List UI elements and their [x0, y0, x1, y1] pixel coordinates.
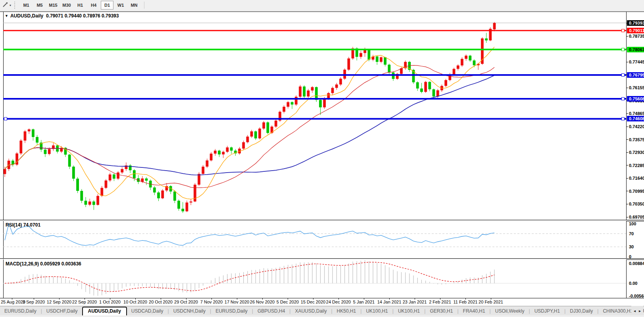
- price-tick-label: 0.73575: [629, 137, 644, 142]
- trading-terminal-window: ▾ M1M5M15M30H1H4D1W1MN ▼AUDUSD,Daily 0.7…: [0, 0, 644, 317]
- tab-scroll-right-icon[interactable]: ▸: [637, 309, 642, 313]
- timeframe-button-mn[interactable]: MN: [128, 1, 140, 10]
- rsi-indicator-panel[interactable]: [0, 221, 627, 258]
- timeframe-button-h4[interactable]: H4: [87, 1, 100, 10]
- collapse-triangle-icon: ▼: [5, 14, 8, 18]
- date-label: 22 Sep 2020: [68, 300, 101, 304]
- price-level-badge: 0.78067: [627, 47, 644, 52]
- chart-tab-gbpusd-h4[interactable]: GBPUSD,H4: [253, 307, 289, 315]
- chart-tab-usdchf-daily[interactable]: USDCHF,Daily: [42, 307, 82, 315]
- date-label: 1 Oct 2020: [93, 300, 127, 304]
- price-tick-label: 0.69705: [629, 214, 644, 220]
- price-tick-label: 0.71640: [629, 175, 644, 181]
- price-tick-label: 0.76155: [629, 85, 644, 90]
- last-price-badge: 0.79393: [627, 20, 644, 26]
- toolbar-separator: [144, 2, 144, 9]
- date-label: 2 Feb 2021: [423, 300, 457, 304]
- chart-tab-usdcnh-daily[interactable]: USDCNH,Daily: [169, 307, 210, 315]
- tab-scroll-left-icon[interactable]: ◂: [632, 309, 637, 313]
- rsi-tick-label: 100: [629, 221, 636, 227]
- line-handle[interactable]: [622, 117, 625, 120]
- chart-tab-hk50-h1[interactable]: HK50,H1: [333, 307, 361, 315]
- macd-indicator-panel[interactable]: [0, 259, 627, 298]
- line-handle[interactable]: [622, 29, 625, 32]
- macd-tick-label: 0.00884: [629, 261, 644, 266]
- timeframe-button-w1[interactable]: W1: [114, 1, 127, 10]
- chart-tab-usoil-weekly[interactable]: USOil,Weekly: [491, 307, 529, 315]
- timeframe-toolbar: ▾ M1M5M15M30H1H4D1W1MN: [0, 0, 644, 11]
- rsi-tick-label: 30: [629, 244, 634, 250]
- line-handle[interactable]: [622, 73, 625, 76]
- price-tick-label: 0.78735: [629, 33, 644, 39]
- date-label: 10 Oct 2020: [119, 300, 152, 304]
- chart-tab-xauusd-daily[interactable]: XAUUSD,Daily: [290, 307, 331, 315]
- line-handle[interactable]: [622, 97, 625, 100]
- chart-tab-bar: EURUSD,Daily|USDCHF,DailyAUDUSD,DailyUSD…: [0, 306, 644, 316]
- price-tick-label: 0.77445: [629, 59, 644, 65]
- macd-tick-label: 0.00: [629, 280, 637, 286]
- line-handle[interactable]: [622, 48, 625, 51]
- date-label: 12 Sep 2020: [42, 300, 76, 304]
- timeframe-button-m30[interactable]: M30: [60, 1, 73, 10]
- date-label: 3 Sep 2020: [17, 300, 50, 304]
- chart-symbol-title: ▼AUDUSD,Daily 0.79071 0.79440 0.78976 0.…: [5, 13, 119, 19]
- date-label: 14 Jan 2021: [373, 300, 406, 304]
- date-label: 17 Nov 2020: [220, 300, 254, 304]
- date-label: 5 Dec 2020: [271, 300, 304, 304]
- price-level-badge: 0.79011: [627, 28, 644, 33]
- timeframe-button-m15[interactable]: M15: [47, 1, 60, 10]
- price-tick-label: 0.79380: [629, 20, 644, 26]
- chart-tab-usdcad-daily[interactable]: USDCAD,Daily: [127, 307, 168, 315]
- chart-tab-usdjpy-h1[interactable]: USDJPY,H1: [530, 307, 564, 315]
- price-tick-label: 0.72285: [629, 163, 644, 168]
- price-tick-label: 0.74865: [629, 111, 644, 116]
- price-tick-label: 0.72930: [629, 150, 644, 155]
- macd-label: MACD(12,26,9) 0.005929 0.003636: [6, 261, 81, 267]
- date-label: 20 Feb 2021: [474, 300, 508, 304]
- timeframe-button-m5[interactable]: M5: [33, 1, 46, 10]
- chart-tab-fra40-h1[interactable]: FRA40,H1: [459, 307, 490, 315]
- price-level-badge: 0.76795: [627, 72, 644, 78]
- chart-cursor-icon: [2, 2, 8, 9]
- timeframe-button-d1[interactable]: D1: [101, 1, 113, 10]
- date-label: 15 Dec 2020: [296, 300, 330, 304]
- chart-tab-ger30-h1[interactable]: GER30,H1: [425, 307, 457, 315]
- date-label: 23 Jan 2021: [398, 300, 431, 304]
- chart-tab-uk100-h1[interactable]: UK100,H1: [394, 307, 424, 315]
- price-tick-label: 0.70350: [629, 201, 644, 207]
- chevron-down-icon: ▾: [10, 4, 11, 7]
- chart-tab-eurusd-daily[interactable]: EURUSD,Daily: [0, 307, 41, 315]
- chart-tab-uk100-h1[interactable]: UK100,H1: [361, 307, 392, 315]
- toolbar-grip: [14, 2, 17, 9]
- chart-ohlc-readout: AUDUSD,Daily 0.79071 0.79440 0.78976 0.7…: [10, 13, 119, 19]
- timeframe-buttons: M1M5M15M30H1H4D1W1MN: [19, 1, 141, 10]
- chart-cursor-tool-button[interactable]: ▾: [0, 1, 13, 10]
- date-label: 7 Nov 2020: [195, 300, 228, 304]
- rsi-label: RSI(14) 74.0701: [6, 222, 40, 228]
- status-strip: [0, 315, 644, 317]
- price-tick-label: 0.74220: [629, 124, 644, 129]
- date-label: 26 Nov 2020: [246, 300, 279, 304]
- date-label: 5 Jan 2021: [347, 300, 381, 304]
- price-tick-label: 0.78090: [629, 46, 644, 52]
- date-label: 25 Aug 2020: [1, 300, 34, 304]
- chart-tab-eurusd-daily[interactable]: EURUSD,Daily: [211, 307, 252, 315]
- timeframe-button-m1[interactable]: M1: [20, 1, 33, 10]
- timeframe-button-h1[interactable]: H1: [74, 1, 87, 10]
- chart-tab-audusd-daily[interactable]: AUDUSD,Daily: [82, 307, 127, 316]
- price-tick-label: 0.75510: [629, 98, 644, 104]
- rsi-tick-label: 70: [629, 231, 634, 236]
- date-label: 24 Dec 2020: [322, 300, 355, 304]
- macd-bottom-border: [0, 298, 644, 298]
- date-label: 20 Oct 2020: [144, 300, 177, 304]
- tab-scroll-arrows: ◂ ▸: [631, 306, 643, 315]
- price-tick-label: 0.76800: [629, 72, 644, 78]
- price-tick-label: 0.70995: [629, 188, 644, 194]
- price-level-badge: 0.75608: [627, 96, 644, 102]
- line-handle[interactable]: [4, 117, 7, 120]
- date-label: 29 Oct 2020: [169, 300, 203, 304]
- date-label: 11 Feb 2021: [449, 300, 482, 304]
- chart-tab-dj30-daily[interactable]: DJ30,Daily: [565, 307, 597, 315]
- main-price-chart[interactable]: [0, 12, 627, 220]
- price-level-badge: 0.74608: [627, 116, 644, 121]
